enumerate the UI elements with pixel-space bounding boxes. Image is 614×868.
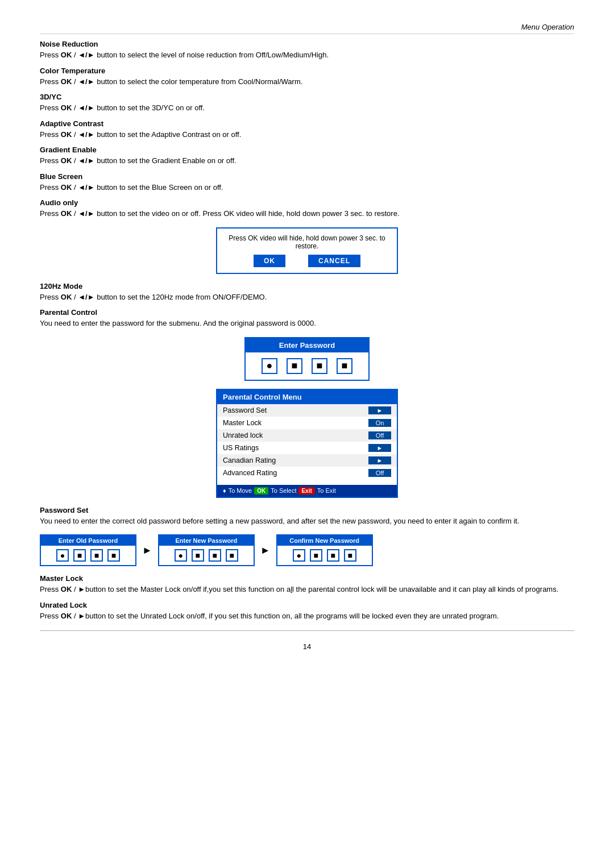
menu-item-advanced-rating[interactable]: Advanced Rating Off [217, 467, 397, 479]
header-right: Menu Operation [40, 23, 574, 34]
parental-control-intro: You need to enter the password for the s… [40, 318, 574, 329]
menu-item-password-set-value: ► [368, 406, 391, 414]
parental-control-title: Parental Control [40, 308, 574, 317]
section-3dyc: 3D/YC Press OK / ◄/► button to set the 3… [40, 93, 574, 114]
menu-item-advanced-rating-value: Off [368, 469, 391, 477]
new-pwd-dot-2: ■ [192, 549, 204, 562]
3dyc-title: 3D/YC [40, 93, 574, 101]
pwd-dot-1: ● [262, 358, 277, 374]
confirm-pwd-dot-4: ■ [344, 549, 356, 562]
footer-move-label: To Move [229, 487, 252, 494]
menu-item-password-set[interactable]: Password Set ► [217, 404, 397, 417]
section-password-set: Password Set You need to enter the corre… [40, 506, 574, 527]
menu-item-us-ratings[interactable]: US Ratings ► [217, 442, 397, 454]
menu-item-canadian-rating-value: ► [368, 456, 391, 464]
password-dots: ● ■ ■ ■ [246, 352, 368, 380]
pwd-dot-2: ■ [287, 358, 302, 374]
dialog-buttons: OK CANCEL [226, 255, 388, 267]
pwd-dot-3: ■ [312, 358, 327, 374]
audio-only-text: Press OK / ◄/► button to set the video o… [40, 208, 574, 219]
section-gradient-enable: Gradient Enable Press OK / ◄/► button to… [40, 146, 574, 167]
new-pwd-dot-3: ■ [209, 549, 221, 562]
bottom-divider [40, 630, 574, 631]
enter-new-password-title: Enter New Password [159, 535, 254, 546]
old-pwd-dots: ● ■ ■ ■ [41, 546, 135, 565]
master-lock-text: Press OK / ►button to set the Master Loc… [40, 584, 574, 595]
color-temperature-title: Color Temperature [40, 67, 574, 75]
color-temperature-text: Press OK / ◄/► button to select the colo… [40, 76, 574, 88]
section-120hz: 120Hz Mode Press OK / ◄/► button to set … [40, 282, 574, 303]
footer-exit-label: To Exit [317, 487, 336, 494]
unrated-lock-title: Unrated Lock [40, 601, 574, 609]
pwd-dot-4: ■ [337, 358, 352, 374]
parental-control-menu: Parental Control Menu Password Set ► Mas… [216, 389, 398, 498]
menu-item-canadian-rating-label: Canadian Rating [223, 456, 276, 464]
section-blue-screen: Blue Screen Press OK / ◄/► button to set… [40, 172, 574, 193]
audio-only-title: Audio only [40, 198, 574, 207]
menu-item-us-ratings-label: US Ratings [223, 444, 259, 452]
confirm-pwd-dots: ● ■ ■ ■ [277, 546, 372, 565]
old-pwd-dot-1: ● [56, 549, 69, 562]
adaptive-contrast-text: Press OK / ◄/► button to set the Adaptiv… [40, 129, 574, 140]
section-audio-only: Audio only Press OK / ◄/► button to set … [40, 198, 574, 219]
menu-item-us-ratings-value: ► [368, 444, 391, 452]
footer-exit-badge: Exit [298, 487, 314, 495]
unrated-lock-text: Press OK / ►button to set the Unrated Lo… [40, 610, 574, 622]
new-pwd-dot-1: ● [175, 549, 187, 562]
menu-item-unrated-lock-label: Unrated lock [223, 431, 263, 439]
confirm-new-password-title: Confirm New Password [277, 535, 372, 546]
menu-item-master-lock[interactable]: Master Lock On [217, 417, 397, 429]
menu-item-canadian-rating[interactable]: Canadian Rating ► [217, 454, 397, 467]
menu-operation-label: Menu Operation [521, 23, 574, 31]
footer-select-label: To Select [271, 487, 296, 494]
section-unrated-lock: Unrated Lock Press OK / ►button to set t… [40, 601, 574, 622]
move-icon: ♦ [223, 487, 226, 494]
noise-reduction-title: Noise Reduction [40, 40, 574, 48]
confirm-pwd-dot-3: ■ [327, 549, 339, 562]
audio-dialog: Press OK video will hide, hold down powe… [216, 227, 398, 274]
confirm-new-password-box: Confirm New Password ● ■ ■ ■ [276, 534, 373, 566]
parental-menu-title: Parental Control Menu [217, 390, 397, 404]
menu-item-password-set-label: Password Set [223, 406, 267, 414]
old-pwd-dot-3: ■ [90, 549, 103, 562]
blue-screen-title: Blue Screen [40, 172, 574, 181]
enter-new-password-box: Enter New Password ● ■ ■ ■ [158, 534, 255, 566]
enter-old-password-title: Enter Old Password [41, 535, 135, 546]
menu-item-master-lock-label: Master Lock [223, 419, 262, 427]
120hz-text: Press OK / ◄/► button to set the 120Hz m… [40, 292, 574, 303]
footer-ok-badge: OK [254, 487, 268, 495]
dialog-cancel-button[interactable]: CANCEL [308, 255, 360, 267]
3dyc-text: Press OK / ◄/► button to set the 3D/YC o… [40, 102, 574, 114]
section-noise-reduction: Noise Reduction Press OK / ◄/► button to… [40, 40, 574, 61]
menu-item-advanced-rating-label: Advanced Rating [223, 469, 277, 477]
menu-item-unrated-lock-value: Off [368, 431, 391, 439]
new-pwd-dots: ● ■ ■ ■ [159, 546, 254, 565]
section-master-lock: Master Lock Press OK / ►button to set th… [40, 574, 574, 595]
old-pwd-dot-2: ■ [73, 549, 86, 562]
blue-screen-text: Press OK / ◄/► button to set the Blue Sc… [40, 182, 574, 193]
confirm-pwd-dot-1: ● [293, 549, 305, 562]
old-pwd-dot-4: ■ [107, 549, 120, 562]
section-color-temperature: Color Temperature Press OK / ◄/► button … [40, 67, 574, 88]
dialog-text: Press OK video will hide, hold down powe… [226, 234, 388, 250]
adaptive-contrast-title: Adaptive Contrast [40, 119, 574, 128]
confirm-pwd-dot-2: ■ [310, 549, 322, 562]
page-number: 14 [40, 642, 574, 651]
master-lock-title: Master Lock [40, 574, 574, 583]
gradient-enable-text: Press OK / ◄/► button to set the Gradien… [40, 155, 574, 167]
enter-password-title: Enter Password [246, 338, 368, 352]
new-pwd-dot-4: ■ [226, 549, 238, 562]
120hz-title: 120Hz Mode [40, 282, 574, 290]
enter-old-password-box: Enter Old Password ● ■ ■ ■ [40, 534, 136, 566]
section-adaptive-contrast: Adaptive Contrast Press OK / ◄/► button … [40, 119, 574, 140]
dialog-ok-button[interactable]: OK [254, 255, 285, 267]
parental-menu-footer: ♦ To Move OK To Select Exit To Exit [217, 485, 397, 497]
arrow-right-1: ► [142, 545, 152, 556]
gradient-enable-title: Gradient Enable [40, 146, 574, 154]
password-set-row: Enter Old Password ● ■ ■ ■ ► Enter New P… [40, 534, 574, 566]
menu-item-master-lock-value: On [368, 419, 391, 427]
noise-reduction-text: Press OK / ◄/► button to select the leve… [40, 49, 574, 61]
arrow-right-2: ► [260, 545, 271, 556]
section-parental-control: Parental Control You need to enter the p… [40, 308, 574, 329]
menu-item-unrated-lock[interactable]: Unrated lock Off [217, 429, 397, 442]
